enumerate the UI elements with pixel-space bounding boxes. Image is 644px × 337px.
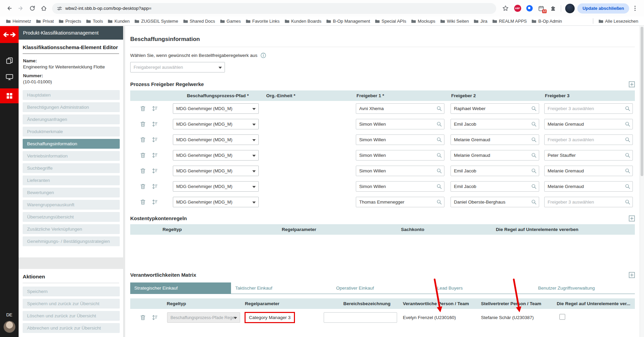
info-icon[interactable] [260, 52, 266, 58]
freigeber1-input[interactable] [356, 181, 444, 192]
delete-row-icon[interactable] [140, 168, 146, 174]
scrollbar-thumb[interactable] [641, 27, 643, 176]
search-icon[interactable] [625, 199, 630, 205]
sidebar-item-vertriebsinformation[interactable]: Vertriebsinformation [23, 151, 120, 161]
bookmark-item[interactable]: Mockups [409, 19, 438, 24]
sidebar-item-suchbegriffe[interactable]: Suchbegriffe [23, 163, 120, 173]
search-icon[interactable] [625, 137, 630, 143]
extensions-puzzle-icon[interactable] [549, 4, 557, 13]
freigeber3-input[interactable] [544, 119, 633, 129]
browser-profile-avatar[interactable] [565, 4, 575, 13]
delete-row-icon[interactable] [140, 105, 146, 112]
process-path-select[interactable]: MDG Genehmiger (MDG_M) [173, 166, 259, 176]
bookmark-item[interactable]: Special APIs [372, 19, 409, 24]
search-icon[interactable] [531, 199, 537, 205]
freigeber2-input[interactable] [451, 181, 539, 192]
delete-row-icon[interactable] [140, 314, 146, 321]
sbb-logo[interactable] [0, 26, 19, 43]
search-icon[interactable] [436, 168, 442, 174]
delete-row-icon[interactable] [140, 199, 146, 206]
add-cost-rule-button[interactable] [629, 215, 635, 222]
sidebar-item-beschaffungsinformation[interactable]: Beschaffungsinformation [23, 139, 120, 149]
search-icon[interactable] [531, 106, 537, 111]
apps-grid-icon[interactable] [0, 88, 19, 103]
sidebar-item-aenderungsanfragen[interactable]: Änderungsanfragen [23, 114, 120, 124]
search-icon[interactable] [531, 137, 537, 143]
reorder-row-icon[interactable] [152, 152, 158, 159]
bookmark-item[interactable]: Jira [471, 19, 490, 24]
search-icon[interactable] [436, 106, 442, 111]
process-path-select[interactable]: MDG Genehmiger (MDG_M) [173, 197, 259, 207]
tab-benutzer-zugriffsverwaltung[interactable]: Benutzer Zugriffsverwaltung [534, 282, 635, 294]
freigeber1-input[interactable] [356, 197, 444, 207]
adblock-extension-icon[interactable]: ABP [513, 4, 522, 13]
freigeber3-input[interactable] [544, 181, 633, 192]
reorder-row-icon[interactable] [152, 121, 158, 128]
site-settings-icon[interactable] [57, 6, 62, 11]
bookmark-item[interactable]: Tools [84, 19, 105, 24]
search-icon[interactable] [436, 121, 442, 127]
language-indicator[interactable]: DE [6, 312, 12, 317]
bookmark-item[interactable]: Kunden Boards [282, 19, 324, 24]
home-button[interactable] [38, 3, 49, 14]
windows-icon[interactable] [5, 57, 14, 65]
freigeber2-input[interactable] [451, 166, 539, 176]
inherit-rule-checkbox[interactable] [559, 314, 565, 320]
sidebar-item-genehmigungsstrategien[interactable]: Genehmigungs- / Bestätigungsstrategien [23, 236, 120, 246]
sidebar-item-uebersetzungsuebersicht[interactable]: Übersetzungsübersicht [23, 212, 120, 222]
add-matrix-rule-button[interactable] [629, 272, 635, 278]
tab-lead-buyers[interactable]: Lead Buyers [433, 282, 534, 294]
freigeber2-input[interactable] [451, 197, 539, 207]
reorder-row-icon[interactable] [152, 136, 158, 143]
all-bookmarks-button[interactable]: Alle Lesezeichen [596, 19, 641, 24]
freigeber2-input[interactable] [451, 134, 539, 145]
bookmark-star-button[interactable] [500, 3, 511, 14]
calendar-extension-icon[interactable]: 12 [537, 4, 546, 13]
freigeber2-input[interactable] [451, 150, 539, 161]
process-path-select[interactable]: MDG Genehmiger (MDG_M) [173, 134, 259, 145]
search-icon[interactable] [625, 121, 630, 127]
sidebar-item-bewertungen[interactable]: Bewertungen [23, 188, 120, 197]
save-and-back-button[interactable]: Speichern und zurück zur Übersicht [23, 299, 120, 309]
freigeber1-input[interactable] [356, 166, 444, 176]
freigeber1-input[interactable] [356, 119, 444, 129]
freigeber1-input[interactable] [356, 103, 444, 114]
browser-menu-button[interactable] [629, 3, 641, 14]
reorder-row-icon[interactable] [152, 199, 158, 206]
search-icon[interactable] [531, 152, 537, 158]
bereichsbezeichnung-input[interactable] [324, 312, 397, 323]
bookmark-item[interactable]: ZUGSEIL Systeme [132, 19, 180, 24]
process-path-select[interactable]: MDG Genehmiger (MDG_M) [173, 103, 259, 114]
bookmark-item[interactable]: B-Op Management [324, 19, 372, 24]
bookmark-item[interactable]: Kunden [105, 19, 132, 24]
freigeber2-input[interactable] [451, 103, 539, 114]
bookmark-item[interactable]: REALM APPS [490, 19, 529, 24]
freigeber2-input[interactable] [451, 119, 539, 129]
search-icon[interactable] [436, 184, 442, 189]
search-icon[interactable] [436, 152, 442, 158]
search-icon[interactable] [625, 168, 630, 174]
bookmark-item[interactable]: Heimnetz [3, 19, 33, 24]
freigeber3-input[interactable] [544, 166, 633, 176]
add-process-rule-button[interactable] [629, 81, 635, 87]
freigeber3-input[interactable] [544, 134, 633, 145]
sidebar-item-zusaetzliche-verknuepfungen[interactable]: Zusätzliche Verknüpfungen [23, 224, 120, 234]
sidebar-item-lieferanten[interactable]: Lieferanten [23, 175, 120, 185]
tab-operativer-einkauf[interactable]: Operativer Einkauf [332, 282, 433, 294]
search-icon[interactable] [436, 137, 442, 143]
process-path-select[interactable]: MDG Genehmiger (MDG_M) [173, 150, 259, 161]
search-icon[interactable] [436, 199, 442, 205]
reorder-row-icon[interactable] [152, 314, 158, 321]
delete-row-icon[interactable] [140, 121, 146, 128]
bookmark-item[interactable]: Projects [56, 19, 84, 24]
delete-row-icon[interactable] [140, 136, 146, 143]
forward-button[interactable] [15, 3, 26, 14]
sidebar-item-berechtigungen[interactable]: Berechtigungen Administration [23, 102, 120, 112]
sidebar-item-produktmerkmale[interactable]: Produktmerkmale [23, 127, 120, 136]
search-icon[interactable] [625, 184, 630, 189]
tab-strategischer-einkauf[interactable]: Strategischer Einkauf [130, 282, 231, 294]
freigeber1-input[interactable] [356, 134, 444, 145]
back-button[interactable] [3, 3, 15, 14]
process-path-select[interactable]: MDG Genehmiger (MDG_M) [173, 119, 259, 129]
scrollbar[interactable] [640, 26, 644, 337]
